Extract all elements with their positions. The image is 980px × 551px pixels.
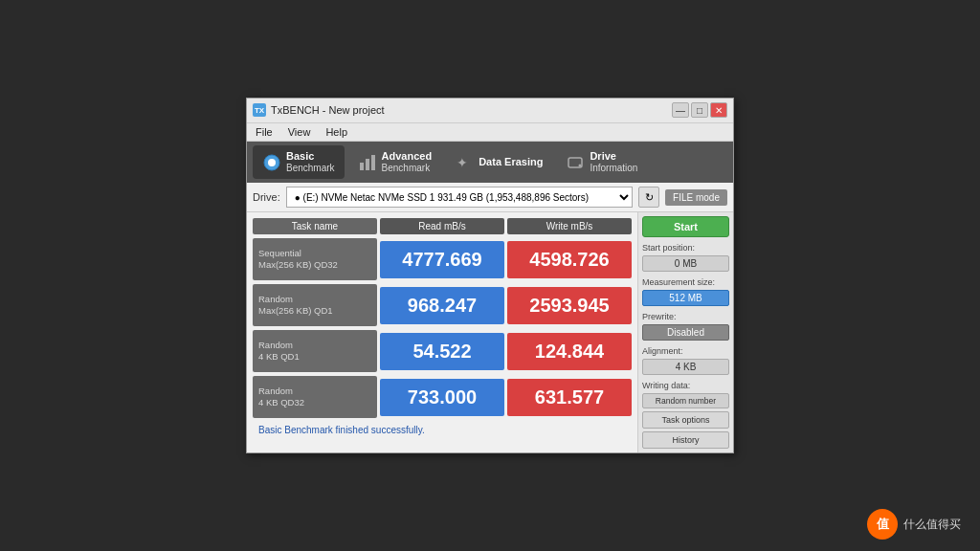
write-cell-random-4kb-qd32: 631.577 bbox=[507, 379, 632, 416]
write-cell-random-4kb-qd1: 124.844 bbox=[507, 333, 632, 370]
maximize-button[interactable]: □ bbox=[691, 102, 708, 118]
toolbar: Basic Benchmark Advanced Benchmark ✦ Da bbox=[247, 142, 733, 183]
task-cell-sequential: Sequential Max(256 KB) QD32 bbox=[253, 238, 377, 280]
tab-drive-information[interactable]: Drive Information bbox=[556, 145, 647, 179]
read-cell-random-4kb-qd1: 54.522 bbox=[380, 333, 504, 370]
drive-refresh-button[interactable]: ↻ bbox=[638, 187, 659, 208]
advanced-benchmark-icon bbox=[358, 153, 377, 172]
title-bar-left: TX TxBENCH - New project bbox=[253, 103, 385, 117]
table-row: Sequential Max(256 KB) QD32 4777.669 459… bbox=[253, 238, 632, 280]
tab-basic-benchmark[interactable]: Basic Benchmark bbox=[253, 145, 345, 179]
read-cell-random-4kb-qd32: 733.000 bbox=[380, 379, 504, 416]
drive-information-icon bbox=[566, 153, 585, 172]
task-cell-random-4kb-qd1: Random 4 KB QD1 bbox=[253, 330, 377, 372]
title-bar-controls: — □ ✕ bbox=[672, 102, 727, 118]
table-header: Task name Read mB/s Write mB/s bbox=[253, 218, 632, 234]
app-icon: TX bbox=[253, 103, 266, 117]
start-button[interactable]: Start bbox=[642, 216, 729, 237]
svg-rect-4 bbox=[371, 155, 375, 170]
watermark-badge: 值 bbox=[867, 509, 898, 540]
start-position-label: Start position: bbox=[642, 243, 729, 253]
alignment-value: 4 KB bbox=[642, 359, 729, 375]
benchmark-area: Task name Read mB/s Write mB/s Sequentia… bbox=[247, 212, 637, 452]
watermark: 值 什么值得买 bbox=[867, 509, 961, 540]
data-erasing-icon: ✦ bbox=[455, 153, 474, 172]
measurement-size-label: Measurement size: bbox=[642, 277, 729, 287]
task-cell-random-4kb-qd32: Random 4 KB QD32 bbox=[253, 376, 377, 418]
drive-label: Drive: bbox=[253, 191, 280, 203]
svg-point-1 bbox=[268, 159, 276, 166]
table-row: Random 4 KB QD32 733.000 631.577 bbox=[253, 376, 632, 418]
basic-benchmark-icon bbox=[262, 153, 281, 172]
right-panel: Start Start position: 0 MB Measurement s… bbox=[637, 212, 733, 452]
prewrite-value: Disabled bbox=[642, 324, 729, 341]
writing-data-label: Writing data: bbox=[642, 381, 729, 390]
desktop: TX TxBENCH - New project — □ ✕ File View… bbox=[0, 0, 980, 551]
measurement-size-value: 512 MB bbox=[642, 290, 729, 306]
title-bar: TX TxBENCH - New project — □ ✕ bbox=[247, 99, 733, 123]
menu-help[interactable]: Help bbox=[323, 125, 350, 139]
menu-file[interactable]: File bbox=[253, 125, 276, 139]
col-task-header: Task name bbox=[253, 218, 377, 234]
main-content: Task name Read mB/s Write mB/s Sequentia… bbox=[247, 212, 733, 452]
prewrite-label: Prewrite: bbox=[642, 312, 729, 321]
alignment-label: Alignment: bbox=[642, 346, 729, 356]
write-cell-random-max: 2593.945 bbox=[507, 287, 632, 324]
drive-select[interactable]: ● (E:) NVMe Netac NVMe SSD 1 931.49 GB (… bbox=[286, 187, 633, 208]
menu-bar: File View Help bbox=[247, 123, 733, 142]
history-button[interactable]: History bbox=[642, 431, 729, 449]
basic-benchmark-label: Basic Benchmark bbox=[286, 150, 335, 174]
read-cell-random-max: 968.247 bbox=[380, 287, 504, 324]
status-text: Basic Benchmark finished successfully. bbox=[258, 425, 425, 435]
table-row: Random 4 KB QD1 54.522 124.844 bbox=[253, 330, 632, 372]
table-row: Random Max(256 KB) QD1 968.247 2593.945 bbox=[253, 284, 632, 326]
task-options-button[interactable]: Task options bbox=[642, 411, 729, 429]
tab-advanced-benchmark[interactable]: Advanced Benchmark bbox=[348, 145, 442, 179]
read-cell-sequential: 4777.669 bbox=[380, 241, 504, 278]
drive-bar: Drive: ● (E:) NVMe Netac NVMe SSD 1 931.… bbox=[247, 183, 733, 212]
svg-point-7 bbox=[579, 164, 582, 166]
svg-text:✦: ✦ bbox=[457, 155, 468, 170]
svg-rect-2 bbox=[360, 163, 364, 170]
drive-information-label: Drive Information bbox=[590, 150, 637, 174]
menu-view[interactable]: View bbox=[285, 125, 314, 139]
file-mode-button[interactable]: FILE mode bbox=[665, 189, 727, 206]
application-window: TX TxBENCH - New project — □ ✕ File View… bbox=[246, 98, 734, 453]
tab-data-erasing[interactable]: ✦ Data Erasing bbox=[445, 145, 552, 179]
col-write-header: Write mB/s bbox=[507, 218, 632, 234]
status-bar: Basic Benchmark finished successfully. bbox=[253, 422, 632, 438]
data-erasing-label: Data Erasing bbox=[479, 156, 543, 168]
svg-rect-3 bbox=[366, 159, 369, 170]
task-cell-random-max: Random Max(256 KB) QD1 bbox=[253, 284, 377, 326]
write-cell-sequential: 4598.726 bbox=[507, 241, 632, 278]
window-title: TxBENCH - New project bbox=[271, 104, 385, 116]
minimize-button[interactable]: — bbox=[672, 102, 689, 118]
writing-data-value: Random number bbox=[642, 393, 729, 408]
close-button[interactable]: ✕ bbox=[710, 102, 727, 118]
col-read-header: Read mB/s bbox=[380, 218, 504, 234]
start-position-value: 0 MB bbox=[642, 255, 729, 272]
watermark-text: 什么值得买 bbox=[903, 517, 961, 533]
advanced-benchmark-label: Advanced Benchmark bbox=[382, 150, 433, 174]
